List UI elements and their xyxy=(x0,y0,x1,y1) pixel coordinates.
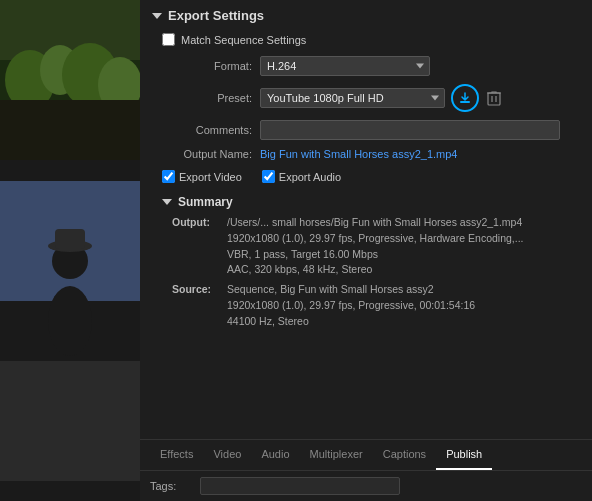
export-settings-title: Export Settings xyxy=(168,8,264,23)
export-video-label[interactable]: Export Video xyxy=(179,171,242,183)
svg-rect-15 xyxy=(488,93,500,105)
tags-label: Tags: xyxy=(150,480,200,492)
summary-section: Summary Output: /Users/... small horses/… xyxy=(152,195,580,329)
format-select[interactable]: H.264 H.265 (HEVC) QuickTime AVI xyxy=(260,56,430,76)
summary-source-line2: 1920x1080 (1.0), 29.97 fps, Progressive,… xyxy=(227,298,475,314)
export-audio-checkbox[interactable] xyxy=(262,170,275,183)
thumbnail-bottom xyxy=(0,160,140,501)
comments-row: Comments: xyxy=(152,120,580,140)
export-checkboxes: Export Video Export Audio xyxy=(152,170,580,183)
summary-output-line1: /Users/... small horses/Big Fun with Sma… xyxy=(227,215,524,231)
svg-rect-14 xyxy=(460,101,470,103)
format-row: Format: H.264 H.265 (HEVC) QuickTime AVI xyxy=(152,56,580,76)
preset-dropdown-wrapper: YouTube 1080p Full HD YouTube 720p HD Vi… xyxy=(260,88,445,108)
match-sequence-label[interactable]: Match Sequence Settings xyxy=(181,34,306,46)
summary-source-value: Sequence, Big Fun with Small Horses assy… xyxy=(227,282,475,329)
thumbnail-top xyxy=(0,0,140,160)
export-audio-label[interactable]: Export Audio xyxy=(279,171,341,183)
tab-effects[interactable]: Effects xyxy=(150,440,203,470)
summary-content: Output: /Users/... small horses/Big Fun … xyxy=(162,215,580,329)
summary-header: Summary xyxy=(162,195,580,209)
match-sequence-row: Match Sequence Settings xyxy=(152,33,580,46)
export-video-item: Export Video xyxy=(162,170,242,183)
export-settings-header: Export Settings xyxy=(152,8,580,23)
save-preset-icon xyxy=(458,91,472,105)
output-name-label: Output Name: xyxy=(162,148,252,160)
preset-select[interactable]: YouTube 1080p Full HD YouTube 720p HD Vi… xyxy=(260,88,445,108)
preset-row: Preset: YouTube 1080p Full HD YouTube 72… xyxy=(152,84,580,112)
tags-row: Tags: xyxy=(140,470,592,501)
summary-output-line4: AAC, 320 kbps, 48 kHz, Stereo xyxy=(227,262,524,278)
summary-output-value: /Users/... small horses/Big Fun with Sma… xyxy=(227,215,524,278)
summary-source-line3: 44100 Hz, Stereo xyxy=(227,314,475,330)
svg-point-10 xyxy=(48,286,92,356)
summary-collapse-icon xyxy=(162,199,172,205)
tab-publish[interactable]: Publish xyxy=(436,440,492,470)
summary-output-label: Output: xyxy=(172,215,227,278)
svg-rect-12 xyxy=(55,229,85,249)
summary-source-line1: Sequence, Big Fun with Small Horses assy… xyxy=(227,282,475,298)
export-video-checkbox[interactable] xyxy=(162,170,175,183)
tab-video[interactable]: Video xyxy=(203,440,251,470)
format-dropdown-wrapper: H.264 H.265 (HEVC) QuickTime AVI xyxy=(260,56,430,76)
summary-output-line3: VBR, 1 pass, Target 16.00 Mbps xyxy=(227,247,524,263)
match-sequence-checkbox[interactable] xyxy=(162,33,175,46)
summary-source-label: Source: xyxy=(172,282,227,329)
tab-multiplexer[interactable]: Multiplexer xyxy=(300,440,373,470)
format-label: Format: xyxy=(162,60,252,72)
svg-rect-13 xyxy=(0,361,140,481)
delete-preset-icon xyxy=(487,90,501,106)
output-name-link[interactable]: Big Fun with Small Horses assy2_1.mp4 xyxy=(260,148,457,160)
left-panel xyxy=(0,0,140,501)
summary-source-row: Source: Sequence, Big Fun with Small Hor… xyxy=(172,282,580,329)
main-panel: Export Settings Match Sequence Settings … xyxy=(140,0,592,501)
tab-audio[interactable]: Audio xyxy=(251,440,299,470)
preset-actions xyxy=(451,84,505,112)
comments-input[interactable] xyxy=(260,120,560,140)
tabs-bar: Effects Video Audio Multiplexer Captions… xyxy=(140,439,592,470)
save-preset-button[interactable] xyxy=(451,84,479,112)
preset-label: Preset: xyxy=(162,92,252,104)
tab-captions[interactable]: Captions xyxy=(373,440,436,470)
export-section: Export Settings Match Sequence Settings … xyxy=(140,0,592,439)
summary-title: Summary xyxy=(178,195,233,209)
tags-input[interactable] xyxy=(200,477,400,495)
summary-output-line2: 1920x1080 (1.0), 29.97 fps, Progressive,… xyxy=(227,231,524,247)
collapse-triangle-icon xyxy=(152,13,162,19)
comments-label: Comments: xyxy=(162,124,252,136)
export-audio-item: Export Audio xyxy=(262,170,341,183)
summary-output-row: Output: /Users/... small horses/Big Fun … xyxy=(172,215,580,278)
delete-preset-button[interactable] xyxy=(483,87,505,109)
output-name-row: Output Name: Big Fun with Small Horses a… xyxy=(152,148,580,160)
svg-rect-6 xyxy=(0,100,140,160)
